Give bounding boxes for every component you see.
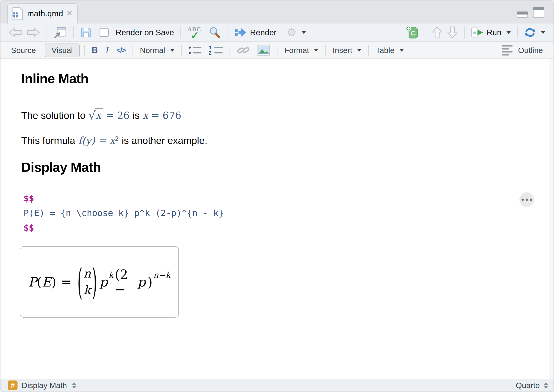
table-menu-label: Table bbox=[376, 46, 394, 55]
go-previous-section-button[interactable] bbox=[430, 26, 445, 39]
inline-math-result[interactable]: x= 676 bbox=[143, 110, 181, 121]
visual-mode-button[interactable]: Visual bbox=[45, 43, 80, 57]
text-cursor bbox=[22, 193, 22, 204]
toolbar-separator bbox=[133, 45, 133, 56]
toolbar-separator bbox=[84, 45, 85, 56]
chevron-down-icon[interactable] bbox=[506, 31, 511, 34]
format-menu-label: Format bbox=[284, 46, 309, 55]
tab-math-qmd[interactable]: math.qmd × bbox=[7, 3, 78, 23]
render-button[interactable]: Render bbox=[232, 28, 279, 38]
outline-label: Outline bbox=[518, 46, 543, 55]
math-open-delimiter: $$ bbox=[23, 191, 554, 206]
check-icon: ✓ bbox=[191, 29, 199, 41]
italic-icon: I bbox=[106, 45, 108, 55]
toolbar-separator bbox=[464, 27, 465, 38]
render-on-save-label: Render on Save bbox=[116, 28, 174, 37]
chevron-down-icon bbox=[302, 31, 306, 34]
big-paren-open: ( bbox=[78, 261, 82, 303]
tab-bar: math.qmd × bbox=[0, 0, 554, 23]
main-toolbar: Render on Save ABC ✓ Render ⚙ bbox=[0, 23, 554, 42]
math-preview-panel[interactable]: P(E) = ( n k ) p k (2 − p ) n−k bbox=[20, 246, 179, 318]
italic-button[interactable]: I bbox=[103, 45, 111, 55]
spellcheck-icon: ABC ✓ bbox=[187, 26, 204, 39]
render-label: Render bbox=[250, 28, 277, 37]
toolbar-separator bbox=[229, 45, 230, 56]
tab-title: math.qmd bbox=[27, 9, 63, 18]
insert-menu[interactable]: Insert bbox=[330, 46, 364, 55]
paragraph-text: is bbox=[133, 110, 140, 121]
display-math-source[interactable]: $$ P(E) = {n \choose k} p^k (2-p)^{n - k… bbox=[23, 191, 554, 235]
math-close-delimiter: $$ bbox=[23, 220, 554, 235]
vertical-scrollbar[interactable] bbox=[549, 59, 554, 379]
inline-math-formula[interactable]: f(y) = x2 bbox=[78, 135, 119, 146]
section-navigator[interactable]: # Display Math bbox=[0, 380, 502, 390]
bullet-list-icon bbox=[189, 46, 201, 55]
radical-sign: √ bbox=[88, 109, 96, 122]
gear-icon: ⚙ bbox=[287, 27, 297, 38]
back-button[interactable] bbox=[7, 27, 24, 38]
back-arrow-icon bbox=[9, 27, 22, 38]
chevron-down-icon bbox=[357, 49, 361, 52]
toolbar-separator bbox=[517, 27, 518, 38]
spellcheck-button[interactable]: ABC ✓ bbox=[185, 26, 206, 39]
pane-buttons bbox=[517, 7, 544, 18]
insert-link-button[interactable] bbox=[234, 45, 252, 56]
heading-inline-math: Inline Math bbox=[21, 71, 554, 86]
toolbar-separator bbox=[181, 45, 182, 56]
format-toolbar: Source Visual B I </> Normal 1 bbox=[0, 42, 554, 59]
run-button[interactable]: Run bbox=[469, 27, 513, 38]
rendered-equation: P(E) = ( n k ) p k (2 − p ) n−k bbox=[28, 267, 170, 297]
toolbar-separator bbox=[277, 45, 277, 56]
numbered-list-button[interactable]: 1 2 bbox=[206, 46, 225, 55]
toolbar-separator bbox=[180, 27, 181, 38]
save-button[interactable] bbox=[78, 27, 94, 38]
table-menu[interactable]: Table bbox=[373, 46, 406, 55]
visual-editor-canvas[interactable]: Inline Math The solution to√x= 26isx= 67… bbox=[0, 59, 554, 379]
minimize-pane-icon[interactable] bbox=[517, 12, 528, 18]
paragraph-text: The solution to bbox=[21, 110, 85, 121]
document-mode-selector[interactable]: Quarto bbox=[502, 379, 554, 392]
insert-menu-label: Insert bbox=[333, 46, 352, 55]
down-arrow-icon bbox=[447, 26, 458, 39]
toolbar-separator bbox=[227, 27, 227, 38]
go-next-section-button[interactable] bbox=[445, 26, 460, 39]
forward-button[interactable] bbox=[24, 27, 43, 38]
render-on-save-toggle[interactable]: Render on Save bbox=[97, 28, 176, 37]
chevron-down-icon bbox=[400, 49, 404, 52]
bullet-list-button[interactable] bbox=[186, 46, 204, 55]
insert-code-chunk-icon: C bbox=[405, 26, 419, 39]
status-bar: # Display Math Quarto bbox=[0, 379, 554, 392]
source-tools-button[interactable] bbox=[522, 27, 547, 38]
numbered-list-icon: 1 2 bbox=[209, 46, 223, 55]
open-in-new-window-button[interactable] bbox=[51, 27, 69, 38]
source-mode-button[interactable]: Source bbox=[9, 46, 38, 55]
render-options-button[interactable]: ⚙ bbox=[284, 27, 308, 38]
save-icon bbox=[80, 27, 92, 38]
image-icon bbox=[257, 45, 270, 56]
outline-toggle-button[interactable]: Outline bbox=[500, 45, 545, 56]
code-button[interactable]: </> bbox=[114, 46, 128, 55]
paragraph-style-dropdown[interactable]: Normal bbox=[138, 46, 177, 55]
paragraph-inline-math-1: The solution to√x= 26isx= 676 bbox=[21, 108, 554, 121]
render-on-save-checkbox[interactable] bbox=[99, 28, 109, 37]
more-options-button[interactable] bbox=[519, 192, 534, 207]
insert-image-button[interactable] bbox=[254, 45, 272, 56]
maximize-pane-icon[interactable] bbox=[533, 7, 544, 18]
search-icon bbox=[209, 27, 220, 38]
paragraph-style-label: Normal bbox=[140, 46, 165, 55]
big-paren-close: ) bbox=[92, 261, 97, 303]
find-replace-button[interactable] bbox=[206, 27, 223, 38]
paragraph-text: is another example. bbox=[122, 135, 207, 146]
mode-label: Quarto bbox=[516, 381, 540, 390]
heading-hash-icon: # bbox=[8, 380, 18, 390]
chevron-down-icon bbox=[314, 49, 318, 52]
editor-window: math.qmd × bbox=[0, 0, 554, 392]
chevron-down-icon[interactable] bbox=[541, 31, 545, 34]
chevron-down-icon bbox=[170, 49, 174, 52]
close-icon[interactable]: × bbox=[67, 8, 72, 18]
bold-button[interactable]: B bbox=[89, 45, 100, 55]
toolbar-separator bbox=[73, 27, 74, 38]
insert-chunk-button[interactable]: C bbox=[403, 26, 421, 39]
format-menu[interactable]: Format bbox=[282, 46, 321, 55]
inline-math-sqrt[interactable]: √x= 26 bbox=[88, 110, 129, 121]
